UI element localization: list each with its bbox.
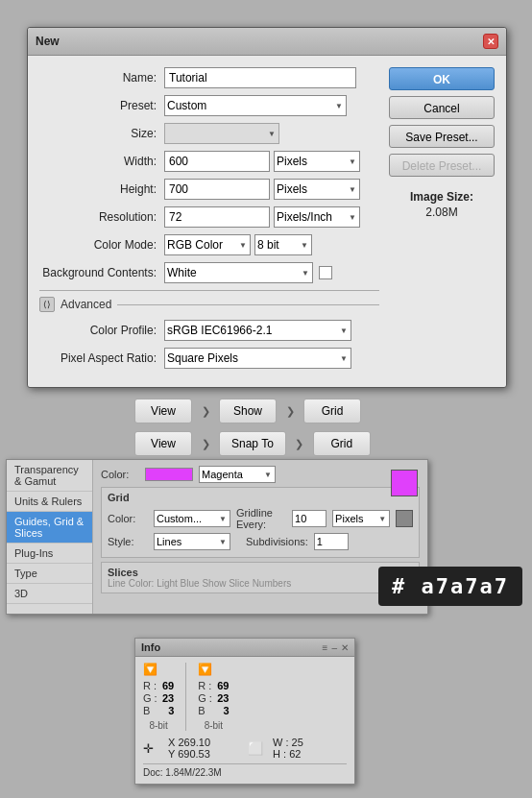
info-values-right: R : 69 G : 23 B 3 bbox=[198, 680, 229, 716]
pixel-row: Pixel Aspect Ratio: Square Pixels bbox=[39, 348, 379, 369]
prefs-item-transparency[interactable]: Transparency & Gamut bbox=[7, 460, 92, 492]
grid-section-title: Grid bbox=[108, 492, 413, 503]
advanced-header[interactable]: ⟨⟩ Advanced bbox=[39, 297, 379, 312]
grid-sub-label: Subdivisions: bbox=[246, 536, 308, 547]
name-input[interactable] bbox=[164, 67, 356, 88]
info-col-right: 🔽 R : 69 G : 23 B 3 8-bit bbox=[198, 663, 229, 731]
info-columns: 🔽 R : 69 G : 23 B 3 8-bit 🔽 bbox=[143, 663, 347, 731]
advanced-collapse-icon[interactable]: ⟨⟩ bbox=[39, 297, 55, 312]
bitdepth-select-wrapper: 8 bit bbox=[254, 234, 312, 255]
width-unit-select[interactable]: Pixels bbox=[274, 151, 360, 172]
grid-style-label: Style: bbox=[108, 536, 148, 547]
dialog-form: Name: Preset: Custom Size: bbox=[39, 67, 379, 375]
prefs-content: Color: Magenta Grid Color: Custom... Gri bbox=[93, 460, 427, 599]
eyedropper-left-icon: 🔽 bbox=[143, 663, 157, 676]
resize-icon: ⬜ bbox=[248, 741, 267, 756]
grid-color-select-wrapper: Custom... bbox=[154, 510, 230, 527]
cancel-button[interactable]: Cancel bbox=[389, 96, 495, 119]
info-r-label-right: R : bbox=[198, 680, 213, 691]
prefs-item-guides[interactable]: Guides, Grid & Slices bbox=[7, 512, 92, 544]
bg-select-wrapper: White bbox=[164, 262, 313, 283]
profile-select[interactable]: sRGB IEC61966-2.1 bbox=[164, 320, 351, 341]
resolution-unit-select[interactable]: Pixels/Inch bbox=[274, 206, 360, 228]
grid-button-1[interactable]: Grid bbox=[303, 399, 361, 423]
ok-button[interactable]: OK bbox=[389, 67, 495, 90]
info-r-label-left: R : bbox=[143, 680, 158, 691]
profile-row: Color Profile: sRGB IEC61966-2.1 bbox=[39, 320, 379, 341]
grid-color-row: Color: Custom... Gridline Every: Pixels bbox=[108, 507, 413, 530]
info-r-val-left: 69 bbox=[162, 680, 174, 691]
pixel-select[interactable]: Square Pixels bbox=[164, 348, 351, 369]
colormode-select-wrapper: RGB Color bbox=[164, 234, 251, 255]
info-x-val: 269.10 bbox=[178, 737, 210, 748]
bg-select[interactable]: White bbox=[164, 262, 313, 283]
grid-color-select[interactable]: Custom... bbox=[154, 510, 230, 527]
bg-label: Background Contents: bbox=[39, 266, 164, 279]
info-bit-right: 8-bit bbox=[198, 720, 229, 731]
resolution-input[interactable] bbox=[164, 206, 270, 228]
grid-sub-input[interactable] bbox=[314, 533, 349, 550]
image-size-value: 2.08M bbox=[389, 206, 495, 219]
info-h-label: H : bbox=[273, 748, 286, 760]
arrow-4: ❯ bbox=[290, 434, 309, 453]
grid-style-select[interactable]: Lines bbox=[154, 533, 230, 550]
snapto-button[interactable]: Snap To bbox=[219, 431, 286, 456]
info-w-label: W : bbox=[273, 737, 289, 748]
image-size-box: Image Size: 2.08M bbox=[389, 190, 495, 219]
grid-every-input[interactable] bbox=[292, 510, 326, 527]
button-row-1: View ❯ Show ❯ Grid bbox=[134, 399, 371, 423]
width-unit-wrapper: Pixels bbox=[274, 151, 360, 172]
grid-every-unit[interactable]: Pixels bbox=[332, 510, 390, 527]
colormode-select[interactable]: RGB Color bbox=[164, 234, 251, 255]
grid-button-2[interactable]: Grid bbox=[313, 431, 371, 456]
prefs-item-plugins[interactable]: Plug-Ins bbox=[7, 544, 92, 564]
info-doc: Doc: 1.84M/22.3M bbox=[143, 763, 347, 778]
close-button[interactable]: ✕ bbox=[483, 34, 498, 49]
size-select[interactable] bbox=[164, 123, 279, 144]
crosshair-icon: ✛ bbox=[143, 741, 162, 756]
prefs-item-type[interactable]: Type bbox=[7, 564, 92, 584]
colormode-row: Color Mode: RGB Color 8 bit bbox=[39, 234, 379, 255]
info-coords: ✛ X 269.10 Y 690.53 ⬜ W : 25 H : 62 bbox=[143, 737, 347, 760]
prefs-item-3d[interactable]: 3D bbox=[7, 584, 92, 604]
info-h-val: 62 bbox=[289, 748, 301, 760]
delete-preset-button[interactable]: Delete Preset... bbox=[389, 154, 495, 177]
info-title: Info bbox=[141, 641, 160, 653]
height-input[interactable] bbox=[164, 179, 270, 200]
width-input[interactable] bbox=[164, 151, 270, 172]
info-y-val: 690.53 bbox=[178, 748, 210, 760]
height-unit-select[interactable]: Pixels bbox=[274, 179, 360, 200]
info-g-label-right: G : bbox=[198, 692, 213, 704]
view-button-2[interactable]: View bbox=[134, 431, 192, 456]
prefs-item-units[interactable]: Units & Rulers bbox=[7, 492, 92, 512]
preset-select[interactable]: Custom bbox=[164, 95, 347, 116]
height-label: Height: bbox=[39, 182, 164, 196]
prefs-color-select[interactable]: Magenta bbox=[199, 466, 276, 483]
info-icons: ≡ – ✕ bbox=[323, 642, 349, 653]
prefs-sidebar: Transparency & Gamut Units & Rulers Guid… bbox=[7, 460, 93, 614]
arrow-3: ❯ bbox=[196, 434, 215, 453]
grid-every-unit-wrapper: Pixels bbox=[332, 510, 390, 527]
info-col-left: 🔽 R : 69 G : 23 B 3 8-bit bbox=[143, 663, 174, 731]
info-b-label-right: B bbox=[198, 705, 213, 716]
advanced-section: ⟨⟩ Advanced Color Profile: sRGB IEC61966… bbox=[39, 290, 379, 369]
info-panel: Info ≡ – ✕ 🔽 R : 69 G : 23 B 3 8 bbox=[134, 638, 355, 785]
bg-controls: White bbox=[164, 262, 332, 283]
eyedropper-right-icon: 🔽 bbox=[198, 663, 212, 676]
view-button-1[interactable]: View bbox=[134, 399, 192, 423]
bg-checkbox[interactable] bbox=[319, 266, 332, 279]
info-close-icon[interactable]: ✕ bbox=[341, 642, 349, 653]
colormode-label: Color Mode: bbox=[39, 238, 164, 252]
dialog-body: Name: Preset: Custom Size: bbox=[28, 56, 506, 387]
info-collapse-icon[interactable]: – bbox=[331, 642, 337, 653]
info-b-label-left: B bbox=[143, 705, 158, 716]
prefs-color-swatch[interactable] bbox=[145, 468, 193, 481]
image-size-label: Image Size: bbox=[389, 190, 495, 204]
prefs-color-select-wrapper: Magenta bbox=[199, 466, 276, 483]
show-button[interactable]: Show bbox=[219, 399, 277, 423]
button-row-2: View ❯ Snap To ❯ Grid bbox=[134, 431, 371, 456]
bitdepth-select[interactable]: 8 bit bbox=[254, 234, 312, 255]
info-menu-icon[interactable]: ≡ bbox=[323, 642, 328, 653]
info-values-left: R : 69 G : 23 B 3 bbox=[143, 680, 174, 716]
save-preset-button[interactable]: Save Preset... bbox=[389, 125, 495, 148]
